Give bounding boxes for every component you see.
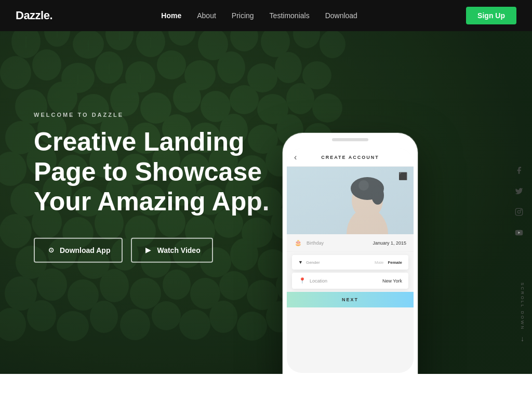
navbar: Dazzle. Home About Pricing Testimonials … [0, 0, 532, 31]
scroll-down-indicator: SCROLL DOWN ↓ [520, 283, 525, 343]
person-illustration [287, 167, 414, 234]
phone-notch [332, 138, 368, 141]
gender-field[interactable]: ▼ Gender Male Female [292, 255, 408, 270]
birthday-field[interactable]: 🎂 Birthday January 1, 2015 [287, 234, 414, 252]
hero-text: WELCOME TO DAZZLE Creative Landing Page … [34, 112, 283, 263]
bottom-section [0, 374, 532, 403]
screen-header: ‹ CREATE ACCOUNT [287, 149, 414, 167]
svg-point-131 [521, 210, 521, 210]
location-value: New York [382, 278, 402, 284]
svg-rect-128 [287, 167, 414, 234]
scroll-label-text: SCROLL DOWN [520, 283, 525, 330]
download-app-button[interactable]: ⊙ Download App [34, 237, 123, 262]
gender-male[interactable]: Male [375, 260, 383, 265]
birthday-value: January 1, 2015 [373, 240, 406, 246]
twitter-icon[interactable] [515, 187, 523, 197]
hero-headline: Creative Landing Page to Showcase Your A… [34, 127, 283, 217]
birthday-icon: 🎂 [294, 239, 302, 246]
screen-back-button[interactable]: ‹ [294, 153, 297, 162]
camera-icon[interactable]: ⬛ [398, 172, 407, 180]
youtube-icon[interactable] [515, 229, 523, 239]
facebook-icon[interactable] [515, 166, 523, 177]
location-icon: 📍 [298, 277, 307, 284]
gender-options: Male Female [375, 260, 402, 265]
scroll-arrow-icon: ↓ [521, 334, 524, 343]
nav-download[interactable]: Download [325, 11, 357, 20]
brand-name: Dazzle [16, 9, 49, 22]
watch-video-button[interactable]: ▶ Watch Video [131, 237, 212, 262]
hero-section: WELCOME TO DAZZLE Creative Landing Page … [0, 0, 532, 374]
social-sidebar [506, 31, 532, 374]
nav-home[interactable]: Home [161, 11, 181, 20]
nav-pricing[interactable]: Pricing [232, 11, 254, 20]
nav-testimonials[interactable]: Testimonials [270, 11, 310, 20]
nav-links: Home About Pricing Testimonials Download [161, 11, 357, 20]
hero-eyebrow: WELCOME TO DAZZLE [34, 112, 283, 118]
screen-title: CREATE ACCOUNT [321, 155, 379, 160]
nav-about[interactable]: About [197, 11, 216, 20]
brand-logo[interactable]: Dazzle. [16, 9, 52, 22]
signup-button[interactable]: Sign Up [466, 7, 516, 24]
download-icon: ⊙ [46, 245, 56, 254]
instagram-icon[interactable] [515, 208, 523, 218]
phone-mockup: ‹ CREATE ACCOUNT ⬛ [283, 133, 418, 374]
gender-icon: ▼ [298, 260, 303, 265]
svg-rect-129 [515, 208, 522, 215]
svg-point-130 [517, 210, 520, 213]
gender-label: Gender [306, 260, 371, 265]
screen-photo-area: ⬛ [287, 167, 414, 234]
location-field[interactable]: 📍 Location New York [292, 273, 408, 289]
next-button[interactable]: NEXT [287, 292, 414, 307]
phone-screen: ‹ CREATE ACCOUNT ⬛ [287, 149, 414, 373]
birthday-label: Birthday [307, 240, 368, 246]
play-icon: ▶ [143, 245, 153, 254]
hero-buttons: ⊙ Download App ▶ Watch Video [34, 237, 283, 262]
phone-container: ‹ CREATE ACCOUNT ⬛ [283, 31, 418, 374]
location-label: Location [310, 278, 379, 284]
gender-female[interactable]: Female [388, 260, 402, 265]
